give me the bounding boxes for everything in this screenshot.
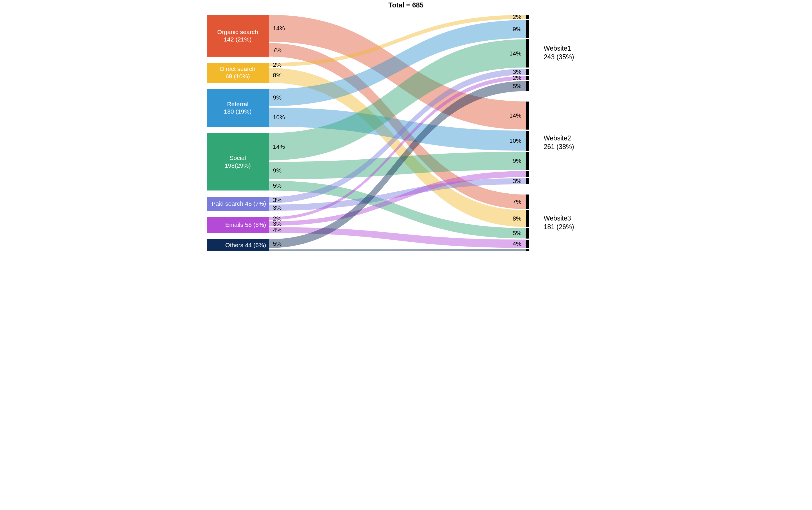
flow-dst-pct: 9%: [513, 26, 521, 33]
sankey-link: [269, 249, 526, 251]
target-segment: [526, 228, 529, 238]
source-label: Organic search: [217, 28, 258, 36]
flow-src-pct: 14%: [273, 25, 285, 32]
source-node-others: Others 44 (6%): [207, 239, 269, 251]
flow-dst-pct: 7%: [513, 198, 521, 205]
target-stat: 181 (26%): [544, 223, 574, 231]
flow-src-pct: 9%: [273, 94, 282, 101]
flow-src-pct: 9%: [273, 167, 282, 174]
target-segment: [526, 69, 529, 74]
flow-dst-pct: 10%: [509, 137, 521, 144]
source-label: Others: [225, 242, 243, 248]
source-stat: 68 (10%): [226, 73, 250, 80]
source-node-paid: Paid search 45 (7%): [207, 197, 269, 211]
target-stat: 243 (35%): [544, 53, 574, 61]
flow-src-pct: 3%: [273, 197, 282, 203]
flow-dst-pct: 5%: [513, 230, 521, 237]
sankey-chart: Total = 685 Organic search142 (21%)Direc…: [203, 0, 609, 255]
flow-dst-pct: 14%: [509, 112, 521, 119]
flow-src-pct: 7%: [273, 46, 282, 53]
target-segment: [526, 210, 529, 227]
target-segment: [526, 39, 529, 67]
target-segment: [526, 171, 529, 177]
flow-dst-pct: 4%: [513, 240, 521, 247]
target-label-w3: Website3181 (26%): [544, 214, 574, 231]
target-segment: [526, 15, 529, 19]
source-node-social: Social198(29%): [207, 133, 269, 190]
target-name: Website2: [544, 134, 574, 143]
source-node-direct: Direct search68 (10%): [207, 63, 269, 83]
source-node-organic: Organic search142 (21%): [207, 15, 269, 57]
flow-dst-pct: 2%: [513, 13, 521, 20]
target-name: Website1: [544, 44, 574, 53]
flow-src-pct: 5%: [273, 240, 282, 247]
source-label: Emails: [225, 221, 243, 228]
source-stat: 198(29%): [225, 162, 251, 169]
flow-dst-pct: 3%: [513, 178, 521, 184]
target-segment: [526, 240, 529, 248]
target-segment: [526, 20, 529, 38]
target-segment: [526, 81, 529, 91]
target-label-w2: Website2261 (38%): [544, 134, 574, 151]
target-segment: [526, 152, 529, 170]
flow-src-pct: 5%: [273, 182, 282, 189]
target-segment: [526, 249, 529, 251]
flow-src-pct: 8%: [273, 72, 282, 79]
flow-dst-pct: 14%: [509, 50, 521, 57]
target-segment: [526, 194, 529, 209]
flow-src-pct: 14%: [273, 143, 285, 150]
flow-dst-pct: 9%: [513, 157, 521, 164]
target-segment: [526, 131, 529, 151]
flow-src-pct: 4%: [273, 227, 282, 233]
target-segment: [526, 101, 529, 129]
source-stat: 130 (19%): [224, 108, 252, 115]
target-segment: [526, 178, 529, 184]
source-label: Referral: [227, 100, 249, 108]
source-node-emails: Emails 58 (8%): [207, 217, 269, 233]
flow-dst-pct: 5%: [513, 83, 521, 90]
flow-dst-pct: 8%: [513, 215, 521, 222]
target-segment: [526, 76, 529, 80]
flow-src-pct: 3%: [273, 204, 282, 211]
source-label: Paid search: [211, 200, 243, 207]
source-node-referral: Referral130 (19%): [207, 89, 269, 127]
source-label: Social: [230, 154, 246, 161]
flow-src-pct: 10%: [273, 114, 285, 121]
flow-src-pct: 3%: [273, 220, 282, 227]
target-name: Website3: [544, 214, 574, 223]
flow-src-pct: 2%: [273, 61, 282, 68]
target-label-w1: Website1243 (35%): [544, 44, 574, 61]
source-label: Direct search: [220, 65, 256, 73]
flow-dst-pct: 3%: [513, 68, 521, 75]
target-stat: 261 (38%): [544, 143, 574, 151]
source-stat: 142 (21%): [224, 36, 252, 43]
flow-dst-pct: 2%: [513, 74, 521, 81]
